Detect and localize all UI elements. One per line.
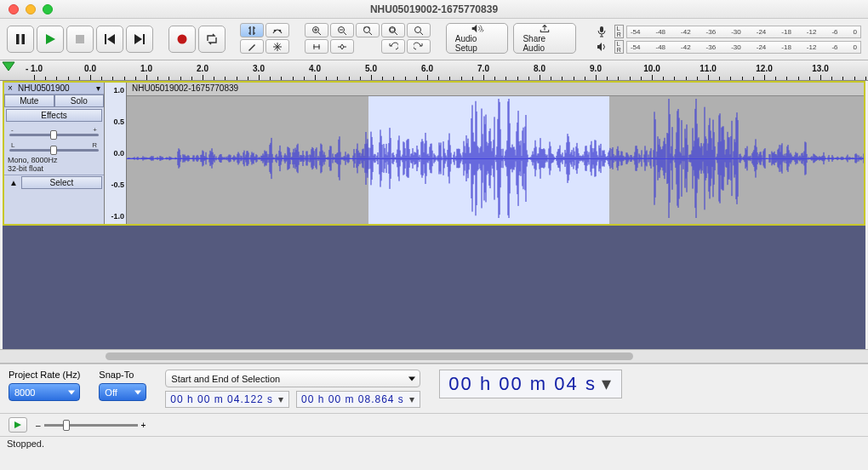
track-area: × NHU0501900 ▾ Mute Solo Effects -+ LR M… (3, 81, 865, 226)
playhead-icon[interactable] (2, 61, 15, 72)
audio-setup-label: Audio Setup (455, 34, 500, 53)
svg-marker-19 (14, 421, 21, 428)
selection-tool-button[interactable] (240, 23, 264, 37)
effects-button[interactable]: Effects (6, 109, 102, 122)
horizontal-scrollbar[interactable] (0, 349, 868, 364)
loop-button[interactable] (198, 26, 226, 53)
playback-speed-slider[interactable] (44, 424, 138, 427)
svg-point-13 (364, 26, 370, 32)
svg-marker-18 (3, 62, 14, 71)
fit-selection-button[interactable] (356, 23, 380, 37)
time-counter[interactable]: 00 h 00 m 04 s▾ (439, 370, 622, 398)
zoom-out-button[interactable] (330, 23, 354, 37)
svg-rect-3 (76, 35, 84, 43)
svg-rect-0 (16, 34, 20, 44)
skip-start-button[interactable] (96, 26, 123, 53)
track-menu-button[interactable]: ▾ (92, 83, 104, 93)
audio-setup-button[interactable]: Audio Setup (446, 23, 509, 54)
mute-button[interactable]: Mute (4, 95, 54, 107)
stop-button[interactable] (66, 26, 94, 53)
record-meter-row: LR -54-48-42-36-30-24-18-12-60 (591, 25, 861, 38)
snap-to-select[interactable]: Off (99, 383, 146, 401)
scrollbar-thumb[interactable] (106, 352, 633, 360)
svg-rect-17 (600, 26, 603, 32)
svg-marker-7 (134, 34, 142, 44)
pan-slider[interactable]: LR (4, 139, 104, 154)
minimize-window-button[interactable] (26, 4, 36, 14)
status-bar: Stopped. (0, 436, 868, 450)
collapse-button[interactable]: ▲ (6, 178, 21, 187)
main-toolbar: Audio Setup Share Audio LR -54-48-42-36-… (0, 19, 868, 60)
multi-tool-button[interactable] (266, 39, 289, 54)
record-controls (168, 23, 226, 55)
empty-track-space[interactable] (3, 226, 865, 349)
zoom-in-button[interactable] (305, 23, 328, 37)
speed-plus-icon: + (141, 421, 146, 430)
playback-meter[interactable]: -54-48-42-36-30-24-18-12-60 (626, 41, 861, 54)
gain-slider[interactable]: -+ (4, 123, 104, 139)
redo-button[interactable] (407, 39, 431, 54)
select-track-button[interactable]: Select (21, 176, 102, 189)
fit-project-button[interactable] (381, 23, 405, 37)
selection-format-select[interactable]: Start and End of Selection (165, 370, 420, 387)
undo-button[interactable] (381, 39, 405, 54)
tools-group (240, 23, 289, 55)
envelope-tool-button[interactable] (266, 23, 289, 37)
record-meter[interactable]: -54-48-42-36-30-24-18-12-60 (626, 26, 861, 38)
playback-meter-row: LR -54-48-42-36-30-24-18-12-60 (591, 40, 861, 54)
svg-rect-6 (143, 34, 145, 44)
trim-button[interactable] (305, 39, 328, 54)
zoom-window-button[interactable] (43, 4, 53, 14)
selection-toolbar: Project Rate (Hz) 8000 Snap-To Off Start… (0, 364, 868, 413)
play-at-speed-bar: – + (0, 413, 868, 436)
pause-button[interactable] (7, 26, 34, 53)
clip-title[interactable]: NHU05019002-1675770839 (127, 83, 864, 96)
skip-end-button[interactable] (126, 26, 153, 53)
window-controls (0, 4, 53, 14)
speed-minus-icon: – (36, 421, 41, 430)
solo-button[interactable]: Solo (54, 95, 105, 107)
share-audio-label: Share Audio (523, 34, 567, 53)
meters-panel: LR -54-48-42-36-30-24-18-12-60 LR -54-48… (591, 23, 861, 55)
svg-point-8 (177, 35, 186, 44)
window-title: NHU05019002-1675770839 (0, 3, 868, 15)
play-at-speed-button[interactable] (9, 417, 27, 433)
selection-start-field[interactable]: 00 h 00 m 04.122 s▾ (165, 391, 289, 408)
microphone-icon[interactable] (591, 26, 612, 37)
vertical-scale[interactable]: 1.0 0.5 0.0 -0.5 -1.0 (105, 83, 127, 224)
track-control-panel: × NHU0501900 ▾ Mute Solo Effects -+ LR M… (4, 83, 105, 224)
waveform-icon (127, 96, 864, 224)
titlebar: NHU05019002-1675770839 (0, 0, 868, 19)
project-rate-select[interactable]: 8000 (9, 383, 80, 401)
close-track-button[interactable]: × (4, 83, 16, 93)
waveform-area[interactable]: NHU05019002-1675770839 (127, 83, 864, 224)
svg-marker-5 (107, 34, 115, 44)
record-button[interactable] (168, 26, 196, 53)
lr-label: LR (614, 25, 624, 38)
transport-controls (7, 23, 153, 55)
draw-tool-button[interactable] (240, 39, 264, 54)
svg-rect-4 (105, 34, 106, 44)
play-button[interactable] (37, 26, 64, 53)
svg-point-16 (415, 26, 421, 32)
speaker-icon[interactable] (591, 41, 612, 53)
svg-rect-15 (391, 28, 395, 32)
snap-to-label: Snap-To (99, 370, 146, 380)
track-header: × NHU0501900 ▾ (4, 83, 104, 95)
timeline-ruler[interactable]: - 1.00.01.02.03.04.05.06.07.08.09.010.01… (0, 60, 868, 81)
silence-button[interactable] (330, 39, 354, 54)
svg-rect-1 (22, 34, 26, 44)
share-audio-button[interactable]: Share Audio (513, 23, 576, 54)
svg-marker-2 (46, 34, 55, 44)
track-collapse-row: ▲ Select (4, 175, 104, 190)
lr-label: LR (614, 40, 624, 54)
track-name[interactable]: NHU0501900 (16, 83, 92, 94)
svg-point-10 (279, 29, 282, 32)
track-format-label: Mono, 8000Hz32-bit float (4, 154, 104, 175)
close-window-button[interactable] (9, 4, 19, 14)
zoom-toggle-button[interactable] (407, 23, 431, 37)
selection-end-field[interactable]: 00 h 00 m 08.864 s▾ (296, 391, 420, 408)
project-rate-label: Project Rate (Hz) (9, 370, 80, 380)
zoom-edit-group (305, 23, 431, 55)
svg-point-9 (274, 29, 277, 32)
